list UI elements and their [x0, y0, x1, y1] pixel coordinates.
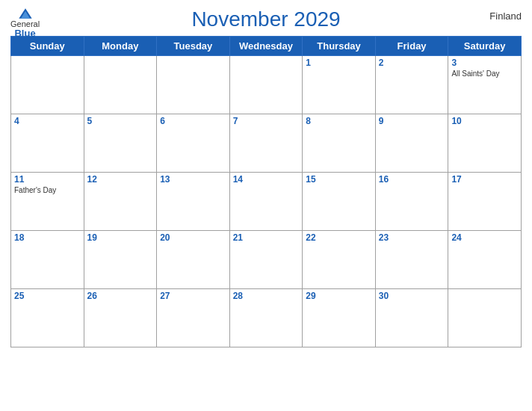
day-number: 4 — [14, 116, 81, 126]
holiday-label: All Saints' Day — [451, 69, 518, 78]
weekday-header-row: Sunday Monday Tuesday Wednesday Thursday… — [11, 37, 522, 56]
country-label: Finland — [489, 10, 522, 22]
calendar-cell: 7 — [229, 114, 303, 173]
page-title: November 2029 — [191, 7, 340, 31]
calendar-cell: 24 — [448, 231, 522, 289]
calendar-week-1: 123All Saints' Day — [11, 56, 522, 114]
calendar-cell: 17 — [448, 173, 522, 231]
calendar-cell: 25 — [11, 289, 84, 347]
calendar-cell: 19 — [84, 231, 157, 289]
calendar-cell: 6 — [157, 114, 230, 173]
header-friday: Friday — [375, 37, 448, 56]
logo: General Blue — [10, 7, 40, 39]
calendar-week-4: 18192021222324 — [11, 231, 522, 289]
calendar-cell — [157, 56, 230, 114]
calendar-cell: 28 — [229, 289, 303, 347]
day-number: 28 — [233, 291, 300, 301]
day-number: 25 — [14, 291, 81, 301]
calendar-cell — [11, 56, 84, 114]
calendar-cell: 12 — [84, 173, 157, 231]
calendar-cell: 23 — [375, 231, 448, 289]
day-number: 2 — [379, 58, 445, 68]
calendar-cell: 14 — [229, 173, 303, 231]
day-number: 29 — [306, 291, 372, 301]
day-number: 16 — [379, 174, 445, 185]
day-number: 30 — [379, 291, 445, 301]
calendar-cell: 8 — [303, 114, 376, 173]
day-number: 7 — [233, 116, 300, 126]
calendar-cell: 2 — [375, 56, 448, 114]
day-number: 23 — [379, 232, 445, 243]
day-number: 18 — [14, 232, 81, 243]
header-saturday: Saturday — [448, 37, 522, 56]
calendar-cell: 27 — [157, 289, 230, 347]
header-monday: Monday — [84, 37, 157, 56]
day-number: 22 — [306, 232, 372, 243]
holiday-label: Father's Day — [14, 185, 81, 195]
calendar-cell: 10 — [448, 114, 522, 173]
calendar-cell — [448, 289, 522, 347]
calendar-cell: 9 — [375, 114, 448, 173]
header-thursday: Thursday — [303, 37, 376, 56]
day-number: 1 — [306, 58, 372, 68]
day-number: 15 — [306, 174, 372, 185]
calendar-cell: 15 — [303, 173, 376, 231]
day-number: 20 — [160, 232, 226, 243]
calendar-cell: 22 — [303, 231, 376, 289]
day-number: 8 — [306, 116, 372, 126]
calendar-cell: 4 — [11, 114, 84, 173]
calendar-cell: 29 — [303, 289, 376, 347]
day-number: 13 — [160, 174, 226, 185]
calendar-cell: 20 — [157, 231, 230, 289]
calendar-cell: 5 — [84, 114, 157, 173]
calendar-cell: 18 — [11, 231, 84, 289]
calendar-cell: 1 — [303, 56, 376, 114]
calendar-cell: 30 — [375, 289, 448, 347]
calendar-cell: 3All Saints' Day — [448, 56, 522, 114]
calendar-page: General Blue November 2029 Finland Sunda… — [0, 0, 532, 411]
header-tuesday: Tuesday — [157, 37, 230, 56]
day-number: 10 — [451, 116, 518, 126]
day-number: 26 — [87, 291, 154, 301]
calendar-week-5: 252627282930 — [11, 289, 522, 347]
calendar-week-3: 11Father's Day121314151617 — [11, 173, 522, 231]
calendar-header: General Blue November 2029 Finland — [10, 7, 522, 31]
calendar-cell: 11Father's Day — [11, 173, 84, 231]
calendar-table: Sunday Monday Tuesday Wednesday Thursday… — [10, 36, 522, 347]
calendar-week-2: 45678910 — [11, 114, 522, 173]
calendar-cell: 16 — [375, 173, 448, 231]
calendar-cell: 26 — [84, 289, 157, 347]
calendar-cell: 13 — [157, 173, 230, 231]
logo-icon — [18, 7, 33, 19]
calendar-cell — [229, 56, 303, 114]
day-number: 6 — [160, 116, 226, 126]
header-wednesday: Wednesday — [229, 37, 303, 56]
logo-blue: Blue — [14, 28, 35, 39]
day-number: 14 — [233, 174, 300, 185]
day-number: 3 — [451, 58, 518, 68]
day-number: 5 — [87, 116, 154, 126]
day-number: 9 — [379, 116, 445, 126]
day-number: 17 — [451, 174, 518, 185]
day-number: 11 — [14, 174, 81, 185]
day-number: 12 — [87, 174, 154, 185]
header-sunday: Sunday — [11, 37, 84, 56]
calendar-cell: 21 — [229, 231, 303, 289]
day-number: 21 — [233, 232, 300, 243]
day-number: 24 — [451, 232, 518, 243]
day-number: 19 — [87, 232, 154, 243]
day-number: 27 — [160, 291, 226, 301]
calendar-cell — [84, 56, 157, 114]
